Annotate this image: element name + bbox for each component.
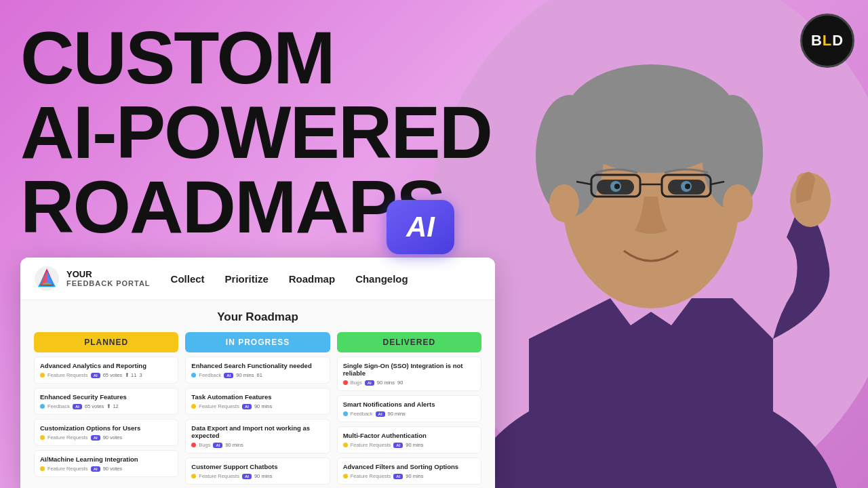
ai-tag: AI [73,404,82,409]
meta-votes: 90 mins [406,473,423,479]
roadmap-item: Advanced Analytics and Reporting Feature… [34,357,178,384]
ai-tag: AI [242,404,252,409]
ai-tag: AI [393,443,403,448]
roadmap-col-planned: PLANNED Advanced Analytics and Reporting… [34,332,178,485]
roadmap-col-delivered: DELIVERED Single Sign-On (SSO) Integrati… [337,332,481,485]
roadmap-item: Advanced Filters and Sorting Options Fea… [337,458,481,485]
ai-tag: AI [91,466,100,472]
portal-logo-icon [34,266,60,291]
item-meta: Feedback AI 90 mins [343,411,475,417]
meta-votes: 90 mins [388,411,406,417]
roadmap-item: Data Export and Import not working as ex… [185,419,330,453]
item-title: Customization Options for Users [40,424,172,432]
tag-dot [40,435,45,440]
meta-votes: 90 votes [103,434,122,441]
tag-label: Feature Requests [351,442,391,448]
nav-collect[interactable]: Collect [171,273,205,285]
item-meta: Feedback AI 65 votes ⬆ 12 [40,403,172,409]
col-header-inprogress: IN PROGRESS [185,332,330,352]
nav-roadmap[interactable]: Roadmap [289,273,335,285]
ai-tag: AI [91,373,100,378]
item-meta: Bugs AI 90 mins [191,442,323,448]
tag-label: Feedback [199,372,221,378]
meta-votes: 90 mins [377,380,395,386]
item-meta: Feature Requests AI 90 mins [191,403,323,409]
roadmap-item: AI/Machine Learning Integration Feature … [34,450,178,477]
portal-nav: YOUR FEEDBACK PORTAL Collect Prioritize … [20,258,495,300]
meta-votes: 65 votes [85,403,104,409]
roadmap-section: Your Roadmap PLANNED Advanced Analytics … [20,300,495,488]
item-title: Advanced Filters and Sorting Options [343,463,475,470]
roadmap-item: Single Sign-On (SSO) Integration is not … [337,357,481,391]
ai-tag: AI [242,474,252,479]
ai-tag: AI [213,443,222,448]
meta-comments: ⬆ 11 [125,372,136,378]
svg-point-18 [685,184,690,189]
item-title: Enhanced Security Features [40,393,172,401]
item-meta: Feature Requests AI 90 votes [40,434,172,441]
portal-brand-name: FEEDBACK PORTAL [66,279,151,287]
item-title: Smart Notifications and Alerts [343,401,475,408]
tag-label: Feature Requests [199,473,239,479]
item-meta: Feature Requests AI 65 votes ⬆ 11 3 [40,372,172,378]
person-illustration [434,0,868,488]
ai-badge: AI [387,200,454,254]
tag-dot [343,380,348,385]
meta-comments: ⬆ 12 [106,403,118,409]
roadmap-title: Your Roadmap [34,310,481,324]
meta-votes: 90 mins [254,473,272,479]
tag-dot [40,373,45,378]
svg-point-7 [723,184,753,222]
meta-votes: 90 votes [103,466,122,472]
meta-votes: 65 votes [103,372,122,378]
nav-prioritize[interactable]: Prioritize [225,273,269,285]
tag-label: Feature Requests [47,372,88,378]
tag-label: Feature Requests [199,403,239,409]
tag-dot [191,474,196,479]
tag-label: Bugs [199,442,210,448]
ai-tag: AI [365,380,374,386]
ai-tag: AI [224,373,233,378]
tag-label: Bugs [351,380,362,386]
ai-tag: AI [393,474,403,479]
item-meta: Bugs AI 90 mins 90 [343,380,475,386]
roadmap-item: Enhanced Search Functionality needed Fee… [185,357,330,384]
roadmap-col-inprogress: IN PROGRESS Enhanced Search Functionalit… [185,332,330,485]
meta-comments: 61 [257,372,262,378]
svg-point-6 [549,184,579,222]
bld-logo[interactable]: BLD [800,14,854,68]
meta-votes: 90 mins [254,403,272,409]
portal-card: YOUR FEEDBACK PORTAL Collect Prioritize … [20,258,495,488]
ai-badge-text: AI [406,211,435,243]
bld-logo-text: BLD [811,32,844,49]
roadmap-item: Enhanced Security Features Feedback AI 6… [34,388,178,415]
tag-label: Feature Requests [47,466,88,472]
item-title: Enhanced Search Functionality needed [191,362,323,369]
item-title: Multi-Factor Authentication [343,432,475,439]
tag-dot [343,443,348,447]
col-header-planned: PLANNED [34,332,178,352]
ai-tag: AI [91,435,100,441]
meta-votes: 90 mins [236,372,254,378]
tag-dot [191,373,196,378]
portal-logo: YOUR FEEDBACK PORTAL [34,266,151,291]
item-title: AI/Machine Learning Integration [40,455,172,463]
tag-label: Feature Requests [351,473,391,479]
meta-score: 3 [139,372,142,378]
tag-dot [191,404,196,409]
nav-changelog[interactable]: Changelog [355,273,408,285]
item-meta: Feedback AI 90 mins 61 [191,372,323,378]
roadmap-item: Customization Options for Users Feature … [34,419,178,446]
item-title: Advanced Analytics and Reporting [40,362,172,369]
roadmap-columns: PLANNED Advanced Analytics and Reporting… [34,332,481,485]
item-title: Customer Support Chatbots [191,463,323,470]
portal-brand-your: YOUR [66,270,151,279]
tag-dot [40,404,45,409]
col-header-delivered: DELIVERED [337,332,481,352]
item-title: Single Sign-On (SSO) Integration is not … [343,362,475,377]
meta-score: 90 [397,380,403,386]
item-meta: Feature Requests AI 90 mins [343,442,475,448]
svg-point-17 [614,184,620,189]
item-meta: Feature Requests AI 90 mins [343,473,475,479]
tag-dot [40,466,45,471]
